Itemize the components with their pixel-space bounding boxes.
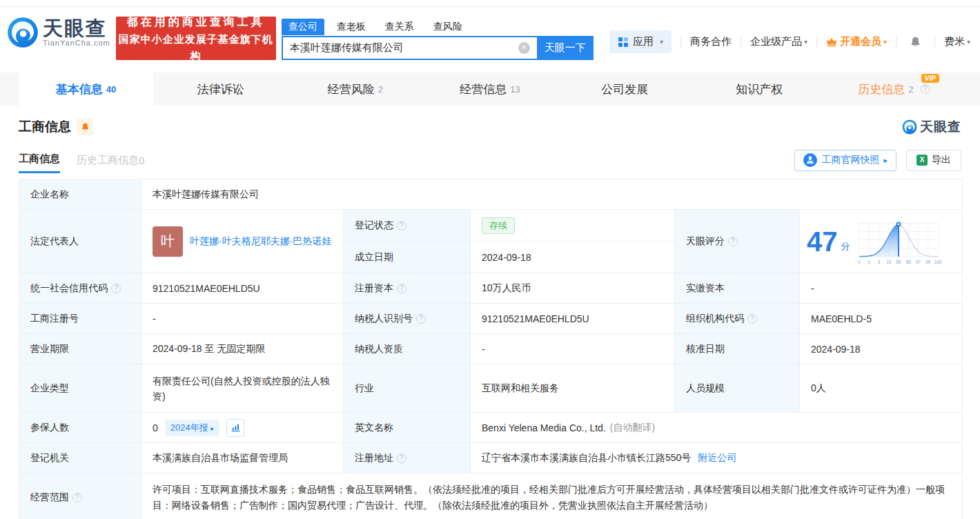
- label-text: 纳税人识别号: [355, 313, 413, 325]
- nearby-companies-link[interactable]: 附近公司: [698, 452, 736, 464]
- subscribe-bell-icon[interactable]: [77, 119, 93, 135]
- tab-intellectual-property[interactable]: 知识产权: [692, 72, 827, 106]
- watermark-text: 天眼查: [920, 118, 961, 136]
- divider: [896, 37, 896, 47]
- apps-label: 应用: [633, 35, 654, 48]
- svg-text:15: 15: [886, 259, 892, 264]
- divider: [816, 37, 817, 47]
- divider: [934, 37, 935, 47]
- mid-column: 登记状态 ? 存续 成立日期 2024-09-18: [344, 210, 675, 273]
- search-tab-company[interactable]: 查公司: [282, 19, 324, 35]
- user-menu[interactable]: 费米 ▾: [944, 35, 970, 48]
- credit-code-value: 91210521MAE0EHLD5U: [141, 273, 344, 304]
- table-row: 参保人数 0 2024年报 ▸ 英文名称 Benxi: [19, 413, 963, 443]
- subtab-history-business-info[interactable]: 历史工商信息0: [77, 147, 144, 173]
- search-tab-relation[interactable]: 查关系: [378, 19, 421, 35]
- export-button[interactable]: X 导出: [906, 150, 961, 171]
- trend-chart-button[interactable]: [226, 419, 244, 437]
- nav-cooperation[interactable]: 商务合作: [690, 35, 732, 48]
- table-row: 工商注册号 - 纳税人识别号 ? 91210521MAE0EHLD5U 组织机构…: [19, 304, 963, 334]
- open-vip-button[interactable]: 开通会员 ▾: [826, 35, 887, 48]
- field-label: 企业名称: [19, 179, 141, 210]
- reg-address-value: 辽宁省本溪市本溪满族自治县小市镇长江路550号: [482, 452, 691, 464]
- search-box: ×: [282, 36, 537, 60]
- table-row: 企业名称 本溪叶莲娜传媒有限公司: [19, 179, 963, 210]
- taxpayer-quality-value: -: [471, 334, 675, 364]
- help-icon[interactable]: ?: [416, 314, 426, 324]
- tab-company-development[interactable]: 公司发展: [558, 72, 692, 106]
- legal-rep-name-link[interactable]: 叶莲娜·叶夫格尼耶夫娜·巴热诺娃: [190, 234, 331, 248]
- business-scope-value: 许可项目：互联网直播技术服务；食品销售；食品互联网销售。（依法须经批准的项目，经…: [141, 473, 963, 519]
- svg-text:1: 1: [868, 259, 870, 264]
- label-text: 统一社会信用代码: [30, 282, 108, 295]
- tab-operation-risk[interactable]: 经营风险 2: [288, 72, 422, 106]
- industry-value: 互联网和相关服务: [471, 364, 675, 413]
- annual-report-badge[interactable]: 2024年报 ▸: [165, 420, 220, 436]
- field-label: 核准日期: [675, 334, 800, 364]
- slogan-line1: 都在用的商业查询工具: [116, 13, 276, 31]
- search-area: 查公司 查老板 查关系 查风险 × 天眼一下: [282, 18, 594, 60]
- arrow-right-icon: ▸: [210, 424, 214, 432]
- reg-authority-value: 本溪满族自治县市场监督管理局: [141, 443, 344, 473]
- help-icon[interactable]: ?: [728, 237, 738, 246]
- tab-history-info[interactable]: VIP 历史信息 2 ?: [827, 72, 961, 106]
- tab-count: 2: [378, 84, 383, 95]
- tab-label: 法律诉讼: [197, 81, 244, 97]
- notifications-bell-icon[interactable]: [910, 36, 921, 48]
- vip-badge: VIP: [921, 74, 939, 83]
- right-column: 天眼评分 ? 47 分 0131550859799100: [675, 210, 963, 273]
- tab-basic-info[interactable]: 基本信息 40: [19, 72, 153, 106]
- field-label: 纳税人识别号 ?: [344, 304, 471, 334]
- clear-icon[interactable]: ×: [518, 42, 530, 54]
- help-icon[interactable]: ?: [397, 284, 406, 293]
- search-tab-boss[interactable]: 查老板: [330, 19, 373, 35]
- tab-operation-info[interactable]: 经营信息 13: [422, 72, 557, 106]
- help-icon[interactable]: ?: [397, 453, 406, 463]
- nav-enterprise-products[interactable]: 企业级产品 ▾: [750, 35, 807, 48]
- table-row: 统一社会信用代码 ? 91210521MAE0EHLD5U 注册资本 ? 10万…: [19, 273, 963, 304]
- taxpayer-id-value: 91210521MAE0EHLD5U: [471, 304, 675, 334]
- help-icon[interactable]: ?: [72, 493, 82, 502]
- help-icon[interactable]: ?: [397, 221, 406, 231]
- slogan-line2: 国家中小企业发展子基金旗下机构: [116, 31, 276, 64]
- search-row: × 天眼一下: [282, 36, 594, 60]
- label-text: 经营范围: [30, 491, 69, 504]
- help-icon[interactable]: ?: [747, 314, 757, 324]
- field-label: 参保人数: [19, 413, 141, 443]
- official-snapshot-button[interactable]: 工商官网快照 ▸: [794, 150, 896, 171]
- field-label: 经营范围 ?: [19, 473, 141, 519]
- search-tab-risk[interactable]: 查风险: [427, 19, 469, 35]
- label-text: 注册地址: [355, 452, 393, 464]
- score-distribution-chart: 0131550859799100: [854, 217, 943, 266]
- field-label: 英文名称: [344, 413, 471, 443]
- company-tab-bar: 基本信息 40 法律诉讼 经营风险 2 经营信息 13 公司发展 知识产权 VI…: [0, 72, 980, 106]
- field-label: 工商注册号: [19, 304, 141, 334]
- tianyancha-logo[interactable]: 天眼查 TianYanCha.com: [7, 17, 110, 48]
- field-label: 组织机构代码 ?: [675, 304, 800, 334]
- stamp-icon: [803, 153, 817, 167]
- tab-label: 公司发展: [601, 81, 648, 97]
- chevron-down-icon: ▾: [967, 38, 970, 46]
- field-label: 实缴资本: [675, 273, 800, 304]
- apps-menu-button[interactable]: 应用 ▾: [609, 30, 672, 53]
- logo-domain: TianYanCha.com: [43, 39, 110, 47]
- search-button[interactable]: 天眼一下: [537, 36, 594, 60]
- search-input[interactable]: [282, 36, 537, 60]
- arrow-right-icon: ▸: [883, 156, 888, 165]
- table-row: 登记机关 本溪满族自治县市场监督管理局 注册地址 ? 辽宁省本溪市本溪满族自治县…: [19, 443, 963, 473]
- business-info-table: 企业名称 本溪叶莲娜传媒有限公司 法定代表人 叶 叶莲娜·叶夫格尼耶夫娜·巴热诺…: [19, 179, 963, 519]
- tab-legal-proceedings[interactable]: 法律诉讼: [153, 72, 288, 106]
- approval-date-value: 2024-09-18: [800, 334, 963, 364]
- subtab-count: 0: [139, 155, 144, 166]
- export-label: 导出: [932, 154, 951, 166]
- field-label: 注册地址 ?: [344, 443, 471, 473]
- section-actions: 工商官网快照 ▸ X 导出: [794, 150, 961, 171]
- table-row: 营业期限 2024-09-18 至 无固定期限 纳税人资质 - 核准日期 202…: [19, 334, 963, 364]
- help-icon[interactable]: ?: [921, 84, 930, 94]
- field-label: 登记状态 ?: [344, 210, 471, 242]
- subtab-business-info[interactable]: 工商信息: [19, 147, 60, 173]
- help-icon[interactable]: ?: [111, 284, 121, 293]
- svg-text:50: 50: [896, 259, 901, 264]
- legal-rep-avatar[interactable]: 叶: [153, 226, 183, 257]
- enterprise-label: 企业级产品: [750, 35, 802, 48]
